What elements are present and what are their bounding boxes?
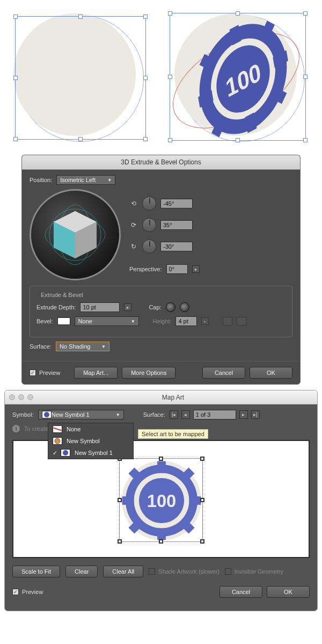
bevel-out-icon (237, 317, 246, 325)
extrude-depth-input[interactable] (80, 302, 120, 312)
invisible-geometry-checkbox[interactable]: Invisible Geometry (225, 568, 283, 575)
preview-checkbox[interactable]: ✓ Preview (30, 370, 60, 376)
cap-on-button[interactable] (166, 302, 175, 312)
svg-rect-25 (157, 461, 166, 473)
position-label: Position: (30, 177, 52, 183)
cancel-button[interactable]: Cancel (202, 367, 245, 379)
bevel-height-input (175, 316, 197, 326)
dialog-title: Map Art (33, 394, 313, 401)
cap-label: Cap: (149, 304, 161, 310)
cap-off-button[interactable] (180, 302, 189, 312)
tooltip: Select art to be mapped (138, 429, 208, 439)
height-stepper: ▸ (201, 317, 209, 325)
selection-bbox[interactable] (170, 13, 306, 141)
checkbox-checked-icon: ✓ (12, 589, 19, 595)
none-icon (53, 425, 62, 433)
rotate-z-input[interactable] (160, 242, 193, 251)
svg-rect-28 (189, 496, 201, 505)
bevel-in-icon (223, 317, 232, 325)
preview-checkbox[interactable]: ✓ Preview (12, 589, 43, 595)
preview-label: Preview (39, 370, 60, 376)
symbol-value: New Symbol 1 (52, 411, 90, 418)
option-label: None (67, 426, 80, 432)
rotate-x-icon: ⟲ (129, 199, 138, 208)
zoom-icon[interactable] (27, 394, 33, 400)
symbol-dropdown-open[interactable]: None New Symbol New Symbol 1 (48, 423, 134, 459)
rotate-x-dial[interactable] (142, 197, 156, 211)
symbol-option-none[interactable]: None (48, 423, 133, 435)
rotate-z-dial[interactable] (142, 240, 156, 254)
symbol-thumb-icon (42, 411, 52, 418)
depth-stepper[interactable]: ▸ (124, 303, 131, 311)
last-surface-button[interactable]: ▸| (251, 410, 260, 419)
rotate-y-input[interactable] (160, 220, 193, 230)
close-icon[interactable] (9, 394, 15, 400)
rotation-cube-widget[interactable] (30, 189, 121, 280)
artwork-before (5, 6, 156, 146)
cube-icon (43, 202, 107, 267)
invis-label: Invisible Geometry (235, 568, 283, 575)
bevel-height-label: Height: (153, 318, 172, 324)
perspective-input[interactable] (166, 264, 188, 274)
symbol-label: Symbol: (12, 411, 34, 418)
extrude-bevel-group: Extrude & Bevel Extrude Depth: ▸ Cap: Be… (30, 286, 292, 337)
prev-surface-button[interactable]: ◂ (181, 410, 190, 419)
chip-symbol-art[interactable]: 100 (120, 459, 203, 542)
svg-point-19 (55, 438, 60, 444)
symbol-select[interactable]: New Symbol 1 ▼ (38, 410, 124, 419)
art-selection-bbox[interactable]: 100 (119, 458, 203, 542)
checkbox-checked-icon: ✓ (30, 370, 36, 376)
chevron-down-icon: ▼ (101, 344, 106, 349)
first-surface-button[interactable]: |◂ (170, 410, 178, 419)
ok-button[interactable]: OK (267, 586, 310, 598)
symbol-option-newsymbol1[interactable]: New Symbol 1 (48, 447, 133, 459)
surface-value: No Shading (60, 343, 91, 350)
symbol-icon (53, 437, 62, 445)
rotate-x-input[interactable] (160, 199, 193, 208)
svg-rect-27 (122, 496, 134, 505)
position-value: Isometric Left (60, 177, 96, 183)
shade-artwork-checkbox[interactable]: Shade Artwork (slower) (149, 568, 219, 575)
next-surface-button[interactable]: ▸ (239, 410, 248, 419)
symbol-icon (61, 449, 70, 457)
clear-all-button[interactable]: Clear All (103, 566, 143, 577)
svg-rect-26 (157, 528, 166, 540)
bevel-select[interactable]: None ▼ (75, 316, 139, 326)
artwork-after: 100 (166, 6, 317, 146)
perspective-label: Perspective: (129, 266, 162, 272)
surface-label: Surface: (143, 411, 165, 418)
checkbox-unchecked-icon (149, 568, 155, 575)
chevron-down-icon: ▼ (131, 319, 135, 324)
surface-index-input[interactable] (193, 410, 236, 419)
minimize-icon[interactable] (18, 394, 24, 400)
rotate-y-icon: ⟳ (129, 221, 138, 229)
chevron-down-icon: ▼ (107, 178, 112, 183)
chevron-down-icon: ▼ (116, 413, 120, 417)
ok-button[interactable]: OK (250, 367, 292, 379)
artboard-row: 100 (0, 0, 322, 153)
hint-text: To create (24, 425, 48, 432)
option-label: New Symbol (67, 438, 100, 444)
rotate-y-dial[interactable] (142, 218, 156, 232)
titlebar[interactable]: Map Art (5, 390, 317, 404)
map-art-dialog: Map Art Symbol: New Symbol 1 ▼ Surface: … (4, 390, 318, 611)
perspective-stepper[interactable]: ▸ (192, 265, 200, 273)
bevel-value: None (78, 318, 92, 324)
scale-to-fit-button[interactable]: Scale to Fit (12, 566, 60, 577)
surface-select[interactable]: No Shading ▼ (56, 342, 109, 351)
more-options-button[interactable]: More Options (122, 367, 175, 379)
option-label: New Symbol 1 (75, 450, 113, 456)
shade-label: Shade Artwork (slower) (158, 568, 219, 575)
rotate-z-icon: ↻ (129, 242, 138, 251)
symbol-option-newsymbol[interactable]: New Symbol (48, 435, 133, 447)
checkbox-unchecked-icon (225, 568, 231, 575)
cancel-button[interactable]: Cancel (219, 586, 262, 598)
position-select[interactable]: Isometric Left ▼ (56, 175, 115, 185)
svg-point-20 (63, 450, 68, 455)
selection-bbox[interactable] (15, 16, 146, 140)
info-icon: i (12, 425, 20, 432)
map-art-button[interactable]: Map Art... (74, 367, 118, 379)
preview-label: Preview (22, 589, 43, 595)
extrude-depth-label: Extrude Depth: (36, 304, 76, 310)
clear-button[interactable]: Clear (65, 566, 98, 577)
